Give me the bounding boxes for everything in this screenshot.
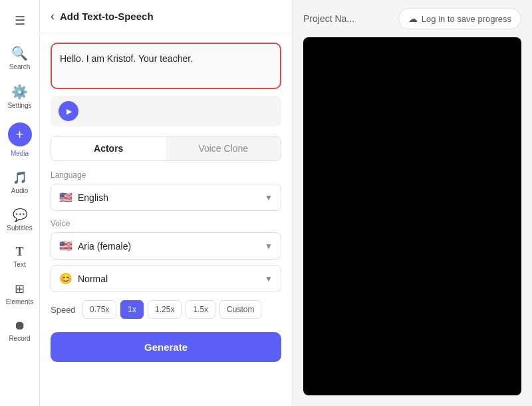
language-flag: 🇺🇸 (59, 191, 72, 204)
sidebar-item-media[interactable]: + Media (3, 117, 37, 162)
tab-voice-clone[interactable]: Voice Clone (166, 136, 281, 160)
settings-icon: ⚙️ (11, 84, 28, 100)
audio-icon: 🎵 (13, 170, 27, 185)
generate-button[interactable]: Generate (51, 332, 281, 362)
sidebar-item-label-record: Record (9, 335, 30, 342)
text-input-area[interactable]: Hello. I am Kristof. Your teacher. (51, 43, 281, 89)
record-icon: ⏺ (14, 319, 26, 333)
sidebar-item-settings[interactable]: ⚙️ Settings (3, 79, 37, 114)
sidebar-item-label-elements: Elements (6, 298, 34, 305)
save-label: Log in to save progress (422, 14, 511, 24)
media-add-icon: + (8, 122, 32, 146)
language-dropdown[interactable]: 🇺🇸 English ▼ (51, 184, 281, 211)
elements-icon: ⊞ (15, 282, 25, 296)
speed-1x[interactable]: 1x (120, 300, 144, 319)
speed-125x[interactable]: 1.25x (148, 300, 182, 319)
language-section: Language 🇺🇸 English ▼ (51, 170, 281, 211)
voice-tabs: Actors Voice Clone (51, 136, 281, 161)
sidebar-item-label-search: Search (9, 63, 31, 71)
text-icon: T (15, 245, 23, 259)
speed-custom[interactable]: Custom (219, 300, 261, 319)
panel-title: Add Text-to-Speech (60, 11, 154, 22)
tab-actors[interactable]: Actors (51, 136, 166, 160)
language-value: English (78, 192, 108, 203)
speed-label: Speed (51, 305, 77, 315)
sidebar-item-search[interactable]: 🔍 Search (3, 40, 37, 76)
speed-options: 0.75x 1x 1.25x 1.5x Custom (82, 300, 261, 319)
voice-dropdowns: 🇺🇸 Aria (female) ▼ 😊 Normal ▼ (51, 232, 281, 292)
actor-name: Aria (female) (78, 241, 131, 252)
language-label: Language (51, 170, 281, 180)
style-chevron-icon: ▼ (265, 274, 273, 284)
sidebar-item-label-media: Media (11, 150, 29, 157)
style-dropdown[interactable]: 😊 Normal ▼ (51, 265, 281, 292)
sidebar-item-elements[interactable]: ⊞ Elements (3, 276, 37, 311)
sidebar-item-audio[interactable]: 🎵 Audio (3, 165, 37, 200)
voice-section: Voice 🇺🇸 Aria (female) ▼ 😊 Normal ▼ (51, 219, 281, 292)
style-name: Normal (78, 274, 108, 284)
project-name: Project Na... (303, 13, 354, 24)
sidebar: ☰ 🔍 Search ⚙️ Settings + Media 🎵 Audio 💬… (0, 0, 40, 406)
sidebar-item-label-settings: Settings (7, 102, 31, 109)
actor-dropdown[interactable]: 🇺🇸 Aria (female) ▼ (51, 232, 281, 260)
hamburger-icon[interactable]: ☰ (15, 7, 25, 37)
panel-header: ‹ Add Text-to-Speech (40, 0, 292, 33)
subtitles-icon: 💬 (13, 208, 27, 222)
save-progress-button[interactable]: ☁ Log in to save progress (398, 8, 521, 29)
style-emoji: 😊 (59, 272, 72, 285)
actor-chevron-icon: ▼ (265, 242, 273, 251)
text-content: Hello. I am Kristof. Your teacher. (60, 53, 193, 64)
sidebar-item-record[interactable]: ⏺ Record (3, 313, 37, 347)
sidebar-item-label-subtitles: Subtitles (7, 224, 32, 232)
play-area (51, 96, 281, 126)
speed-15x[interactable]: 1.5x (186, 300, 215, 319)
actor-flag: 🇺🇸 (59, 240, 72, 252)
speed-row: Speed 0.75x 1x 1.25x 1.5x Custom (51, 300, 281, 319)
sidebar-item-text[interactable]: T Text (3, 240, 37, 274)
video-canvas (303, 37, 521, 395)
tts-panel: ‹ Add Text-to-Speech Hello. I am Kristof… (40, 0, 293, 406)
speed-075x[interactable]: 0.75x (82, 300, 116, 319)
search-icon: 🔍 (11, 45, 28, 61)
main-area: Project Na... ☁ Log in to save progress (293, 0, 532, 406)
cloud-icon: ☁ (408, 13, 418, 24)
language-chevron-icon: ▼ (265, 193, 273, 202)
play-button[interactable] (59, 101, 78, 121)
main-header: Project Na... ☁ Log in to save progress (293, 0, 532, 37)
sidebar-item-label-text: Text (13, 261, 25, 268)
back-button[interactable]: ‹ (51, 9, 55, 23)
sidebar-item-label-audio: Audio (11, 187, 29, 194)
voice-label: Voice (51, 219, 281, 228)
sidebar-item-subtitles[interactable]: 💬 Subtitles (3, 202, 37, 237)
